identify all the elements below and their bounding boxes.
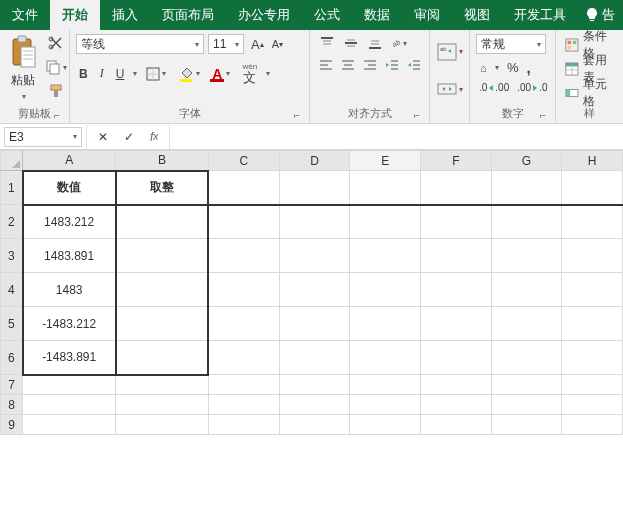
cell[interactable] [421,205,492,239]
cell[interactable] [350,395,421,415]
align-middle-button[interactable] [340,34,362,52]
row-header-7[interactable]: 7 [1,375,23,395]
col-header-E[interactable]: E [350,151,421,171]
align-bottom-button[interactable] [364,34,386,52]
cell[interactable] [350,341,421,375]
cell[interactable] [23,395,116,415]
cell[interactable] [279,307,350,341]
worksheet-grid[interactable]: A B C D E F G H 1 数值 取整 2 1483.212 3 148… [0,150,623,435]
cell[interactable] [208,395,279,415]
cell[interactable] [421,273,492,307]
cell[interactable] [421,307,492,341]
cell[interactable] [279,171,350,205]
alignment-launcher[interactable]: ⌐ [411,109,423,121]
phonetic-button[interactable]: wén 文 [239,62,260,85]
col-header-H[interactable]: H [562,151,623,171]
tab-data[interactable]: 数据 [352,0,402,30]
comma-style-button[interactable]: , [524,58,534,77]
tab-review[interactable]: 审阅 [402,0,452,30]
tab-insert[interactable]: 插入 [100,0,150,30]
cell[interactable] [279,273,350,307]
cell[interactable] [116,415,209,435]
cell[interactable] [208,375,279,395]
cell[interactable] [350,307,421,341]
cell[interactable] [562,273,623,307]
tab-developer[interactable]: 开发工具 [502,0,578,30]
cell[interactable] [208,171,279,205]
tab-view[interactable]: 视图 [452,0,502,30]
border-button[interactable]: ▾ [143,66,169,82]
number-format-select[interactable]: 常规▾ [476,34,546,54]
tab-page-layout[interactable]: 页面布局 [150,0,226,30]
name-box[interactable]: E3▾ [4,127,82,147]
cell[interactable] [421,341,492,375]
row-header-3[interactable]: 3 [1,239,23,273]
paste-button[interactable] [6,34,40,70]
cell[interactable] [421,415,492,435]
underline-button[interactable]: U [113,66,128,82]
cell[interactable] [491,205,562,239]
cell[interactable] [421,395,492,415]
cut-button[interactable] [42,34,70,52]
cell[interactable] [279,415,350,435]
align-right-button[interactable] [360,56,380,74]
cell[interactable] [562,375,623,395]
cancel-formula-button[interactable]: ✕ [95,129,111,145]
cell[interactable] [421,171,492,205]
cell[interactable]: 1483 [23,273,116,307]
cell[interactable] [350,415,421,435]
decrease-font-button[interactable]: A▾ [269,36,286,53]
col-header-A[interactable]: A [23,151,116,171]
cell[interactable] [562,415,623,435]
cell[interactable] [279,341,350,375]
cell[interactable] [279,395,350,415]
row-header-4[interactable]: 4 [1,273,23,307]
tab-file[interactable]: 文件 [0,0,50,30]
cell[interactable] [350,205,421,239]
cell[interactable] [491,171,562,205]
row-header-2[interactable]: 2 [1,205,23,239]
percent-button[interactable]: % [504,59,522,76]
cell[interactable] [279,205,350,239]
cell[interactable] [421,375,492,395]
cell[interactable] [491,375,562,395]
increase-decimal-button[interactable]: .0.00 [476,81,512,94]
cell[interactable]: -1483.212 [23,307,116,341]
cell[interactable] [562,171,623,205]
cell[interactable] [491,415,562,435]
row-header-1[interactable]: 1 [1,171,23,205]
align-center-button[interactable] [338,56,358,74]
increase-font-button[interactable]: A▴ [248,36,267,53]
row-header-5[interactable]: 5 [1,307,23,341]
cell[interactable] [350,239,421,273]
orientation-button[interactable]: ab▾ [388,34,410,52]
cell[interactable] [491,395,562,415]
cell[interactable] [562,307,623,341]
cell[interactable] [208,205,279,239]
font-size-select[interactable]: 11▾ [208,34,244,54]
align-top-button[interactable] [316,34,338,52]
align-left-button[interactable] [316,56,336,74]
cell[interactable] [208,239,279,273]
select-all-corner[interactable] [1,151,23,171]
cell[interactable] [562,205,623,239]
cell[interactable] [116,307,209,341]
cell[interactable] [116,273,209,307]
cell[interactable] [23,415,116,435]
tab-home[interactable]: 开始 [50,0,100,30]
row-header-6[interactable]: 6 [1,341,23,375]
col-header-G[interactable]: G [491,151,562,171]
bold-button[interactable]: B [76,66,91,82]
enter-formula-button[interactable]: ✓ [121,129,137,145]
cell[interactable] [116,375,209,395]
col-header-C[interactable]: C [208,151,279,171]
cell[interactable] [208,341,279,375]
decrease-indent-button[interactable] [382,56,402,74]
font-launcher[interactable]: ⌐ [291,109,303,121]
formula-input[interactable] [170,127,623,147]
col-header-F[interactable]: F [421,151,492,171]
italic-button[interactable]: I [97,65,107,82]
cell[interactable] [350,375,421,395]
cell[interactable] [562,239,623,273]
wrap-text-button[interactable]: ab▾ [434,42,466,62]
